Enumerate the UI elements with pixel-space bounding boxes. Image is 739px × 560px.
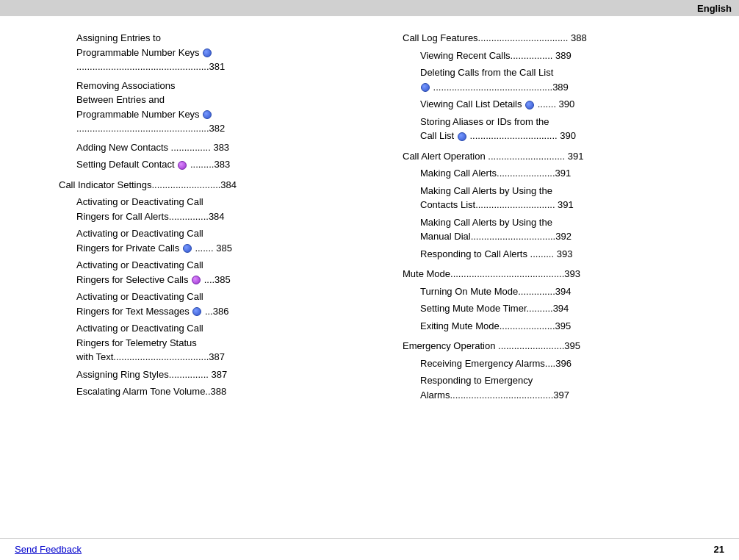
toc-entry: Making Call Alerts......................… (420, 166, 717, 181)
toc-entry-main: Mute Mode...............................… (403, 267, 717, 281)
toc-entry: Activating or Deactivating CallRingers f… (76, 195, 373, 223)
toc-entry: Exiting Mute Mode.....................39… (420, 319, 717, 334)
toc-entry: Making Call Alerts by Using theContacts … (420, 184, 717, 212)
toc-entry: Activating or Deactivating CallRingers f… (76, 258, 373, 287)
toc-entry: Activating or Deactivating CallRingers f… (76, 226, 373, 255)
toc-entry: Viewing Recent Calls................ 389 (420, 49, 717, 63)
toc-entry-main: Call Log Features.......................… (403, 31, 717, 46)
left-column: Assigning Entries toProgrammable Number … (59, 31, 388, 523)
content-area: Assigning Entries toProgrammable Number … (0, 16, 739, 538)
page-number: 21 (714, 544, 724, 555)
blue-icon (183, 244, 192, 253)
right-column: Call Log Features.......................… (388, 31, 717, 523)
toc-entry: Responding to Call Alerts ......... 393 (420, 247, 717, 262)
blue-icon (192, 307, 201, 316)
toc-entry: Receiving Emergency Alarms....396 (420, 356, 717, 371)
toc-entry: Making Call Alerts by Using theManual Di… (420, 215, 717, 244)
toc-entry: Responding to EmergencyAlarms...........… (420, 373, 717, 402)
toc-entry: Deleting Calls from the Call List ......… (420, 65, 717, 94)
toc-entry: Setting Default Contact .........383 (76, 157, 373, 172)
blue-icon (458, 132, 466, 141)
send-feedback-link[interactable]: Send Feedback (15, 544, 82, 555)
blue-icon (421, 83, 430, 92)
toc-entry: Storing Aliases or IDs from theCall List… (420, 115, 717, 143)
footer: Send Feedback 21 (0, 538, 739, 560)
blue-icon (203, 49, 212, 57)
toc-entry: Assigning Ring Styles............... 387 (76, 367, 373, 382)
pink-icon (178, 161, 187, 170)
toc-entry-main: Call Alert Operation ...................… (403, 149, 717, 164)
toc-entry: Escalating Alarm Tone Volume..388 (76, 384, 373, 399)
toc-entry: Activating or Deactivating CallRingers f… (76, 290, 373, 318)
toc-entry: Adding New Contacts ............... 383 (76, 140, 373, 155)
toc-entry: Setting Mute Mode Timer..........394 (420, 301, 717, 316)
language-label: English (697, 3, 732, 14)
top-bar: English (0, 0, 739, 16)
toc-entry: Viewing Call List Details ....... 390 (420, 97, 717, 112)
toc-entry: Turning On Mute Mode..............394 (420, 284, 717, 299)
pink-icon (192, 276, 201, 284)
toc-entry-main: Emergency Operation ....................… (403, 339, 717, 353)
blue-icon (525, 101, 534, 110)
blue-icon (203, 110, 212, 119)
toc-entry: Removing AssociationsBetween Entries and… (76, 79, 373, 136)
toc-entry: Activating or Deactivating CallRingers f… (76, 321, 373, 365)
toc-entry: Assigning Entries toProgrammable Number … (76, 31, 373, 74)
toc-entry-main: Call Indicator Settings.................… (59, 178, 373, 193)
